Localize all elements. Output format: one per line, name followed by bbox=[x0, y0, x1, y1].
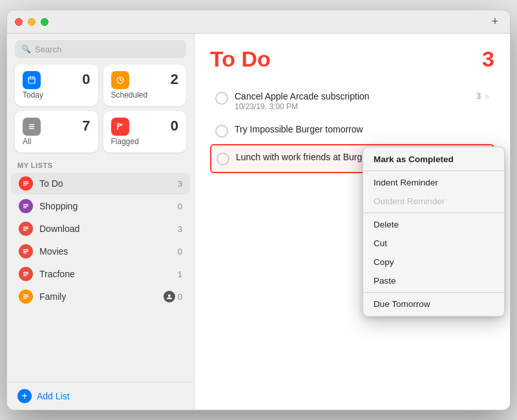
main-window: + 🔍 Search 0 Today bbox=[6, 10, 511, 410]
list-item-tracfone[interactable]: Tracfone 1 bbox=[11, 263, 190, 285]
smart-lists: 0 Today 2 Scheduled bbox=[7, 65, 194, 159]
traffic-lights bbox=[15, 18, 48, 26]
reminder-checkbox-2[interactable] bbox=[215, 125, 228, 138]
reminder-checkbox-3[interactable] bbox=[216, 152, 229, 165]
reminder-body-2: Try Impossible Burger tomorrow bbox=[235, 124, 489, 134]
smart-list-flagged[interactable]: 0 Flagged bbox=[103, 111, 187, 152]
chevron-right-icon-1: » bbox=[485, 92, 489, 101]
list-item-download[interactable]: Download 3 bbox=[11, 218, 190, 240]
family-name: Family bbox=[39, 291, 157, 302]
sidebar: 🔍 Search 0 Today bbox=[7, 34, 195, 410]
flagged-icon bbox=[111, 118, 129, 136]
titlebar: + bbox=[7, 10, 510, 34]
todo-name: To Do bbox=[39, 178, 171, 189]
smart-list-scheduled[interactable]: 2 Scheduled bbox=[103, 65, 187, 106]
svg-rect-0 bbox=[28, 77, 35, 83]
tracfone-count: 1 bbox=[178, 269, 182, 279]
search-icon: 🔍 bbox=[21, 45, 31, 54]
context-cut[interactable]: Cut bbox=[363, 234, 504, 253]
today-label: Today bbox=[23, 90, 90, 100]
list-item-todo[interactable]: To Do 3 bbox=[11, 173, 190, 194]
family-icon bbox=[19, 289, 33, 304]
content-area: 🔍 Search 0 Today bbox=[7, 34, 510, 410]
reminder-title-1: Cancel Apple Arcade subscription bbox=[235, 91, 470, 101]
main-content: To Do 3 Cancel Apple Arcade subscription… bbox=[195, 34, 510, 410]
smart-list-all[interactable]: 7 All bbox=[15, 111, 98, 152]
person-icon bbox=[164, 291, 175, 302]
today-count: 0 bbox=[82, 71, 90, 88]
movies-icon bbox=[19, 244, 33, 258]
flagged-label: Flagged bbox=[111, 137, 179, 146]
context-divider-3 bbox=[363, 292, 504, 293]
context-delete[interactable]: Delete bbox=[363, 215, 504, 234]
svg-point-28 bbox=[168, 295, 171, 297]
context-copy[interactable]: Copy bbox=[363, 253, 504, 271]
maximize-button[interactable] bbox=[41, 18, 48, 26]
today-icon bbox=[23, 71, 41, 89]
close-button[interactable] bbox=[15, 18, 23, 26]
context-mark-completed[interactable]: Mark as Completed bbox=[363, 150, 504, 169]
reminder-title-2: Try Impossible Burger tomorrow bbox=[235, 124, 489, 134]
scheduled-label: Scheduled bbox=[111, 90, 179, 100]
family-badge: 0 bbox=[164, 291, 182, 302]
add-list-button[interactable]: + Add List bbox=[7, 382, 194, 410]
reminder-checkbox-1[interactable] bbox=[215, 92, 228, 105]
reminder-item-1[interactable]: Cancel Apple Arcade subscription 10/23/1… bbox=[210, 85, 494, 118]
context-paste[interactable]: Paste bbox=[363, 271, 504, 290]
shopping-count: 0 bbox=[178, 202, 182, 211]
download-count: 3 bbox=[178, 224, 182, 234]
reminder-body-1: Cancel Apple Arcade subscription 10/23/1… bbox=[235, 91, 470, 111]
list-items: To Do 3 Shopping 0 Download 3 bbox=[7, 172, 194, 382]
main-header: To Do 3 bbox=[210, 47, 494, 72]
all-count: 7 bbox=[82, 118, 90, 134]
smart-list-today[interactable]: 0 Today bbox=[15, 65, 98, 106]
todo-count: 3 bbox=[178, 179, 182, 189]
context-divider-1 bbox=[363, 171, 504, 171]
movies-name: Movies bbox=[39, 246, 171, 257]
movies-count: 0 bbox=[178, 247, 182, 257]
tracfone-icon bbox=[19, 267, 33, 281]
context-indent[interactable]: Indent Reminder bbox=[363, 173, 504, 192]
my-lists-header: My Lists bbox=[7, 159, 194, 172]
shopping-name: Shopping bbox=[39, 201, 171, 211]
flagged-count: 0 bbox=[171, 118, 178, 134]
context-menu: Mark as Completed Indent Reminder Outden… bbox=[363, 147, 505, 317]
reminder-sub-1: 10/23/19, 3:00 PM bbox=[235, 102, 470, 111]
download-icon bbox=[19, 222, 33, 236]
family-count: 0 bbox=[178, 292, 182, 302]
context-divider-2 bbox=[363, 213, 504, 213]
reminder-badge-1: 3 bbox=[476, 91, 481, 101]
context-outdent: Outdent Reminder bbox=[363, 192, 504, 211]
add-button[interactable]: + bbox=[488, 15, 502, 29]
all-label: All bbox=[23, 137, 90, 146]
shopping-icon bbox=[19, 199, 33, 213]
list-item-shopping[interactable]: Shopping 0 bbox=[11, 195, 190, 217]
search-bar[interactable]: 🔍 Search bbox=[15, 40, 186, 58]
main-title: To Do bbox=[210, 47, 271, 72]
all-icon bbox=[23, 118, 41, 136]
list-item-movies[interactable]: Movies 0 bbox=[11, 240, 190, 262]
main-count: 3 bbox=[482, 47, 494, 72]
minimize-button[interactable] bbox=[28, 18, 36, 26]
search-placeholder: Search bbox=[35, 45, 61, 54]
tracfone-name: Tracfone bbox=[39, 269, 171, 279]
reminder-right-1: 3 » bbox=[476, 91, 489, 101]
add-list-icon: + bbox=[17, 389, 32, 403]
add-list-label: Add List bbox=[37, 391, 70, 401]
context-due-tomorrow[interactable]: Due Tomorrow bbox=[363, 295, 504, 313]
list-item-family[interactable]: Family 0 bbox=[11, 286, 190, 308]
scheduled-icon bbox=[111, 71, 129, 89]
todo-icon bbox=[19, 176, 33, 191]
download-name: Download bbox=[39, 224, 171, 234]
scheduled-count: 2 bbox=[171, 71, 178, 88]
reminder-item-2[interactable]: Try Impossible Burger tomorrow bbox=[210, 118, 494, 144]
